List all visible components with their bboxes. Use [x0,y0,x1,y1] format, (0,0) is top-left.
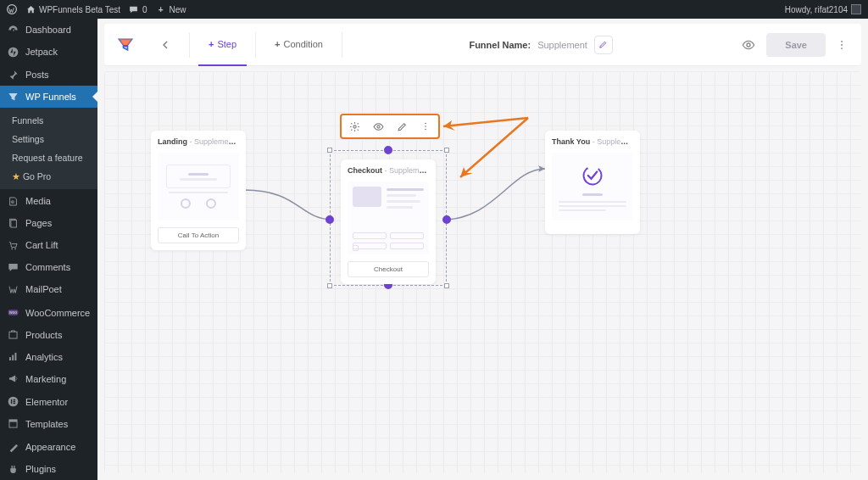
node-title: Landing - Supplement La... [158,137,239,146]
new-content-link[interactable]: + New [156,4,186,14]
svg-text:woo: woo [8,311,16,315]
settings-icon[interactable] [348,120,360,132]
sidebar-item-woocommerce[interactable]: wooWooCommerce [0,302,97,324]
svg-rect-12 [14,353,16,360]
marketing-icon [7,373,19,385]
sidebar-item-elementor[interactable]: Elementor [0,391,97,413]
svg-point-24 [841,44,843,46]
wpfunnels-logo[interactable] [116,36,135,54]
sidebar-item-label: Marketing [25,374,66,384]
funnel-name-label: Funnel Name: [469,40,531,50]
sidebar-item-label: MailPoet [25,284,62,294]
sidebar-item-appearance[interactable]: Appearance [0,436,97,458]
svg-point-22 [747,43,750,47]
node-cta-button[interactable]: Call To Action [158,227,239,243]
sidebar-item-wp-funnels[interactable]: WP Funnels [0,86,97,108]
sidebar-item-comments[interactable]: Comments [0,256,97,278]
sidebar-item-pages[interactable]: Pages [0,212,97,234]
sidebar-item-jetpack[interactable]: Jetpack [0,41,97,63]
site-name: WPFunnels Beta Test [39,5,120,14]
sidebar-item-plugins[interactable]: Plugins [0,458,97,480]
svg-rect-9 [8,332,16,338]
svg-rect-10 [8,357,10,360]
port-top[interactable] [384,146,392,154]
new-label: New [170,5,186,14]
comments-count: 0 [142,5,147,14]
admin-sidebar: DashboardJetpackPostsWP FunnelsFunnelsSe… [0,19,97,480]
sidebar-item-dashboard[interactable]: Dashboard [0,19,97,41]
more-vertical-icon[interactable] [420,120,431,132]
sidebar-item-mailpoet[interactable]: MailPoet [0,278,97,300]
user-account-link[interactable]: Howdy, rifat2104 [785,4,861,14]
sidebar-item-label: Pages [25,218,52,228]
site-name-link[interactable]: WPFunnels Beta Test [25,4,120,14]
save-button[interactable]: Save [766,33,826,57]
wpfunnels-icon [7,91,19,103]
sidebar-item-marketing[interactable]: Marketing [0,368,97,390]
sidebar-subitem-settings[interactable]: Settings [0,130,97,148]
add-step-tab[interactable]: + Step [198,24,247,66]
sidebar-item-media[interactable]: Media [0,190,97,212]
funnel-node-thankyou[interactable]: Thank You - Supplement T... [545,131,640,234]
step-label: Step [217,39,236,49]
node-title: Thank You - Supplement T... [552,137,633,146]
svg-rect-14 [10,399,11,404]
plus-icon: + [209,39,214,49]
sidebar-item-label: Dashboard [25,25,71,35]
svg-point-30 [425,126,426,127]
node-thumbnail [158,153,239,220]
star-icon: ★ [12,171,20,181]
sidebar-item-label: Plugins [25,464,56,474]
edit-funnel-name-button[interactable] [594,36,613,54]
jetpack-icon [7,46,19,58]
comments-icon [7,261,19,273]
node-title: Checkout - Supplement C... [348,166,429,175]
templates-icon [7,418,19,430]
sidebar-item-label: Templates [25,419,68,429]
sidebar-item-templates[interactable]: Templates [0,413,97,435]
pencil-icon[interactable] [396,120,408,132]
sidebar-item-posts[interactable]: Posts [0,64,97,86]
svg-rect-17 [13,403,15,404]
plugins-icon [7,463,19,475]
pages-icon [7,217,19,229]
svg-point-0 [8,5,17,14]
back-button[interactable] [155,35,175,55]
sidebar-subitem-request-a-feature[interactable]: Request a feature [0,148,97,167]
plus-icon: + [275,39,280,49]
svg-rect-21 [124,45,128,47]
funnel-canvas[interactable]: Landing - Supplement La... Call [104,71,861,473]
wp-logo[interactable] [7,4,17,14]
svg-rect-19 [8,420,16,422]
analytics-icon [7,351,19,363]
dashboard-icon [7,24,19,36]
port-left[interactable] [326,215,334,224]
svg-rect-11 [12,355,14,361]
node-thumbnail [552,153,633,220]
add-condition-tab[interactable]: + Condition [264,24,333,66]
eye-icon[interactable] [372,120,384,132]
pin-icon [7,69,19,81]
sidebar-subitem-funnels[interactable]: Funnels [0,111,97,130]
svg-point-26 [580,163,605,188]
condition-label: Condition [284,39,323,49]
funnel-node-checkout[interactable]: Checkout - Supplement C... [341,159,436,284]
svg-point-23 [841,40,843,42]
sidebar-subitem-go-pro[interactable]: ★ Go Pro [0,167,97,186]
funnel-node-landing[interactable]: Landing - Supplement La... Call [151,131,246,250]
sidebar-item-cart-lift[interactable]: Cart Lift [0,234,97,256]
sidebar-item-label: Analytics [25,352,63,362]
media-icon [7,195,19,207]
wp-admin-bar: WPFunnels Beta Test 0 + New Howdy, rifat… [0,0,868,19]
preview-button[interactable] [739,36,758,54]
toolbar-more-button[interactable] [834,39,849,51]
funnel-name-value: Supplement [537,40,587,50]
port-right[interactable] [442,215,451,224]
svg-point-28 [376,125,379,127]
sidebar-item-analytics[interactable]: Analytics [0,346,97,368]
sidebar-item-label: WooCommerce [25,308,90,318]
node-cta-button[interactable]: Checkout [348,261,429,277]
comments-link[interactable]: 0 [129,4,147,14]
sidebar-item-products[interactable]: Products [0,324,97,346]
svg-rect-16 [13,401,15,402]
